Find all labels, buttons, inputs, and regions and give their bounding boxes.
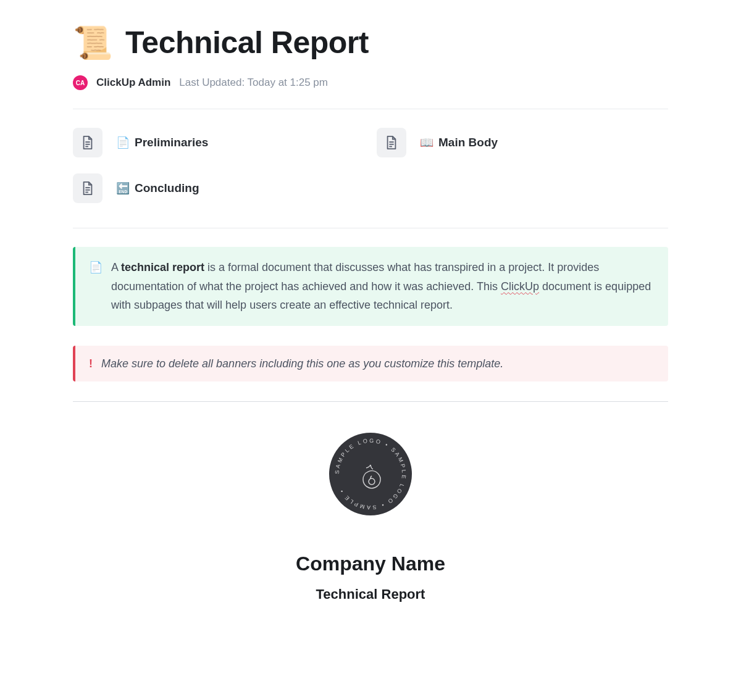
logo-circle-text: SAMPLE LOGO • SAMPLE LOGO • SAMPLE • xyxy=(334,438,407,510)
scroll-icon: 📜 xyxy=(73,27,113,59)
info-banner[interactable]: 📄 A technical report is a formal documen… xyxy=(73,247,668,326)
info-text-prefix: A xyxy=(111,261,121,273)
subpages-grid: 📄 Preliminaries 📖 Main Body xyxy=(73,128,668,203)
subpage-text: Main Body xyxy=(438,136,498,149)
subpage-label: 📖 Main Body xyxy=(420,136,498,149)
page-facing-up-icon: 📄 xyxy=(89,258,103,315)
page-title[interactable]: Technical Report xyxy=(125,25,369,60)
subpage-text: Concluding xyxy=(135,181,199,195)
sample-logo[interactable]: SAMPLE LOGO • SAMPLE LOGO • SAMPLE • xyxy=(329,433,412,515)
company-name[interactable]: Company Name xyxy=(73,552,668,575)
info-banner-body: A technical report is a formal document … xyxy=(111,258,655,315)
info-link-word: ClickUp xyxy=(501,280,539,293)
company-subtitle[interactable]: Technical Report xyxy=(73,586,668,602)
warning-banner[interactable]: ! Make sure to delete all banners includ… xyxy=(73,346,668,382)
warning-banner-body: Make sure to delete all banners includin… xyxy=(101,354,655,373)
subpage-main-body[interactable]: 📖 Main Body xyxy=(377,128,668,157)
logo-container: SAMPLE LOGO • SAMPLE LOGO • SAMPLE • xyxy=(73,433,668,515)
last-updated-label: Last Updated: Today at 1:25 pm xyxy=(179,77,328,89)
subpage-label: 🔚 Concluding xyxy=(116,181,199,195)
divider xyxy=(73,228,668,228)
author-avatar[interactable]: CA xyxy=(73,75,88,90)
page-icon xyxy=(73,173,103,203)
clipboard-icon: 📄 xyxy=(116,136,130,149)
subpage-label: 📄 Preliminaries xyxy=(116,136,208,149)
title-row: 📜 Technical Report xyxy=(73,25,668,60)
open-book-icon: 📖 xyxy=(420,136,433,149)
author-name[interactable]: ClickUp Admin xyxy=(96,77,170,89)
divider xyxy=(73,109,668,109)
company-block: Company Name Technical Report xyxy=(73,552,668,602)
meta-row: CA ClickUp Admin Last Updated: Today at … xyxy=(73,75,668,90)
subpage-concluding[interactable]: 🔚 Concluding xyxy=(73,173,364,203)
page-icon xyxy=(377,128,406,157)
exclamation-icon: ! xyxy=(89,354,93,373)
info-text-bold: technical report xyxy=(121,261,204,273)
divider xyxy=(73,401,668,402)
page-icon xyxy=(73,128,103,157)
subpage-text: Preliminaries xyxy=(135,136,208,149)
document-page: 📜 Technical Report CA ClickUp Admin Last… xyxy=(0,0,741,640)
subpage-preliminaries[interactable]: 📄 Preliminaries xyxy=(73,128,364,157)
end-icon: 🔚 xyxy=(116,181,130,195)
